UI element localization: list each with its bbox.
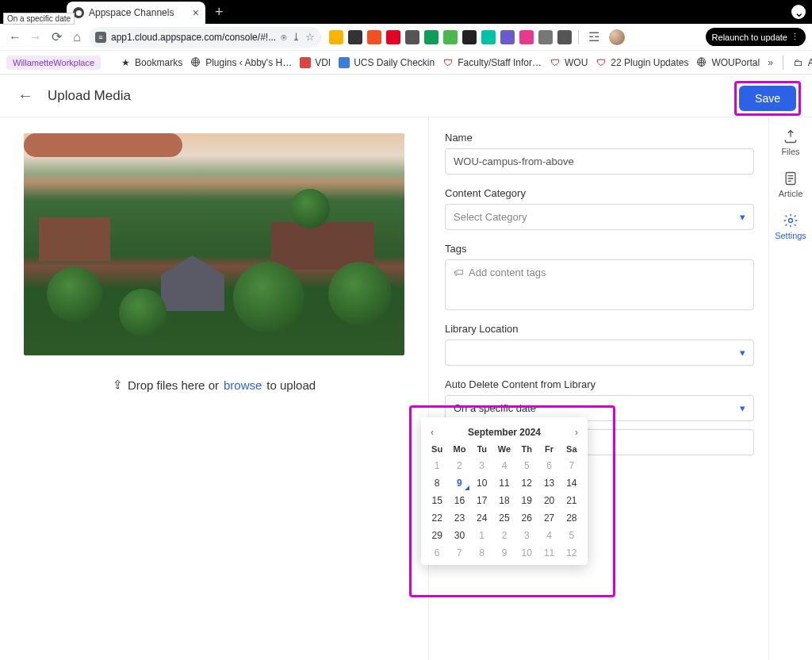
calendar-day[interactable]: 3 (471, 457, 493, 474)
extension-icon[interactable] (538, 30, 553, 44)
calendar-day[interactable]: 19 (515, 492, 538, 509)
rail-settings[interactable]: Settings (775, 213, 806, 240)
calendar-day[interactable]: 12 (515, 474, 538, 492)
home-icon[interactable]: ⌂ (68, 30, 86, 44)
bookmark-wouportal[interactable]: 🌐︎WOUPortal (696, 57, 760, 68)
calendar-day[interactable]: 5 (515, 457, 538, 474)
calendar-dow: We (493, 441, 515, 457)
calendar-day[interactable]: 6 (426, 544, 448, 562)
browse-link[interactable]: browse (224, 378, 262, 392)
calendar-prev-icon[interactable]: ‹ (431, 427, 434, 438)
calendar-day[interactable]: 9 (448, 474, 470, 492)
library-select[interactable]: ▾ (445, 340, 754, 366)
tab-close-icon[interactable]: × (193, 6, 199, 19)
calendar-day[interactable]: 17 (471, 492, 493, 509)
extension-icon[interactable] (481, 30, 496, 44)
rail-article[interactable]: Article (779, 171, 803, 198)
reload-icon[interactable]: ⟳ (48, 29, 65, 44)
browser-tab[interactable]: Appspace Channels × (67, 2, 205, 24)
calendar-day[interactable]: 11 (493, 474, 515, 492)
rail-files[interactable]: Files (781, 129, 799, 156)
extension-icon[interactable] (557, 30, 572, 44)
new-tab-button[interactable]: + (215, 4, 224, 21)
calendar-day[interactable]: 16 (448, 492, 470, 509)
extension-icon[interactable] (329, 30, 343, 44)
calendar-day[interactable]: 27 (538, 509, 560, 527)
bookmarks-overflow-icon[interactable]: » (768, 57, 773, 68)
extension-icon[interactable] (519, 30, 534, 44)
site-info-icon[interactable]: ≡ (95, 32, 106, 43)
bookmark-ucs[interactable]: UCS Daily Checkin (339, 57, 435, 68)
bookmark-plugin-updates[interactable]: 🛡︎22 Plugin Updates (596, 57, 688, 68)
extension-icon[interactable] (443, 30, 458, 44)
all-bookmarks-button[interactable]: 🗀All Bookmarks (793, 57, 812, 68)
extension-icon[interactable] (405, 30, 419, 44)
calendar-day[interactable]: 23 (448, 509, 470, 527)
relaunch-menu-icon[interactable]: ⋮ (791, 32, 799, 42)
calendar-day[interactable]: 2 (493, 527, 515, 544)
browser-window-top: On a specific date Appspace Channels × +… (0, 0, 812, 24)
calendar-day[interactable]: 3 (515, 527, 538, 544)
media-preview-pane: ⇪ Drop files here or browse to upload (0, 117, 428, 660)
calendar-day[interactable]: 30 (448, 527, 470, 544)
calendar-day[interactable]: 9 (493, 544, 515, 562)
calendar-day[interactable]: 6 (538, 457, 560, 474)
workspace-pill[interactable]: WillametteWorkplace (6, 56, 101, 70)
bookmark-vdi[interactable]: VDI (300, 57, 331, 68)
drop-files-row[interactable]: ⇪ Drop files here or browse to upload (24, 378, 404, 392)
name-input[interactable] (445, 148, 754, 175)
calendar-day[interactable]: 21 (561, 492, 583, 509)
bookmark-faculty[interactable]: 🛡︎Faculty/Staff Infor… (442, 57, 542, 68)
calendar-day[interactable]: 24 (471, 509, 493, 527)
calendar-day[interactable]: 22 (426, 509, 448, 527)
calendar-day[interactable]: 8 (426, 474, 448, 492)
page-back-icon[interactable]: ← (17, 86, 33, 105)
calendar-day[interactable]: 29 (426, 527, 448, 544)
profile-avatar[interactable] (609, 29, 625, 45)
calendar-day[interactable]: 10 (471, 474, 493, 492)
calendar-day[interactable]: 12 (561, 544, 583, 562)
relaunch-button[interactable]: Relaunch to update ⋮ (706, 28, 806, 46)
bookmark-star-icon[interactable]: ☆ (305, 31, 315, 43)
install-app-icon[interactable]: ⤓ (292, 31, 301, 43)
extension-icon[interactable] (462, 30, 477, 44)
calendar-popover[interactable]: ‹ September 2024 › SuMoTuWeThFrSa1234567… (421, 417, 588, 565)
calendar-day[interactable]: 10 (515, 544, 538, 562)
back-icon[interactable]: ← (6, 30, 24, 44)
bookmark-bookmarks[interactable]: ★Bookmarks (120, 57, 182, 68)
bookmark-wou[interactable]: 🛡︎WOU (550, 57, 588, 68)
side-panel-icon[interactable]: ☲ (585, 29, 603, 44)
password-icon[interactable]: ⍟ (281, 31, 287, 43)
calendar-day[interactable]: 7 (448, 544, 470, 562)
calendar-day[interactable]: 11 (538, 544, 560, 562)
calendar-day[interactable]: 25 (493, 509, 515, 527)
window-expand-icon[interactable]: ⌄ (791, 5, 806, 19)
calendar-day[interactable]: 2 (448, 457, 470, 474)
address-bar[interactable]: ≡ app1.cloud.appspace.com/console/#!... … (89, 27, 321, 48)
calendar-day[interactable]: 4 (493, 457, 515, 474)
calendar-day[interactable]: 8 (471, 544, 493, 562)
calendar-day[interactable]: 1 (426, 457, 448, 474)
save-button[interactable]: Save (739, 86, 796, 111)
calendar-day[interactable]: 13 (538, 474, 560, 492)
calendar-day[interactable]: 20 (538, 492, 560, 509)
category-select[interactable]: Select Category ▾ (445, 204, 754, 230)
calendar-dow: Sa (561, 441, 583, 457)
calendar-day[interactable]: 15 (426, 492, 448, 509)
calendar-day[interactable]: 1 (471, 527, 493, 544)
extension-icon[interactable] (386, 30, 400, 44)
calendar-day[interactable]: 26 (515, 509, 538, 527)
extension-icon[interactable] (500, 30, 515, 44)
bookmark-plugins[interactable]: 🌐︎Plugins ‹ Abby's H… (190, 57, 292, 68)
tags-input[interactable]: 🏷︎ Add content tags (445, 259, 754, 310)
calendar-day[interactable]: 4 (538, 527, 560, 544)
calendar-day[interactable]: 7 (561, 457, 583, 474)
calendar-day[interactable]: 18 (493, 492, 515, 509)
calendar-day[interactable]: 5 (561, 527, 583, 544)
calendar-next-icon[interactable]: › (575, 427, 578, 438)
extension-icon[interactable] (424, 30, 439, 44)
calendar-day[interactable]: 14 (561, 474, 583, 492)
calendar-day[interactable]: 28 (561, 509, 583, 527)
extension-icon[interactable] (367, 30, 381, 44)
extension-icon[interactable] (348, 30, 362, 44)
